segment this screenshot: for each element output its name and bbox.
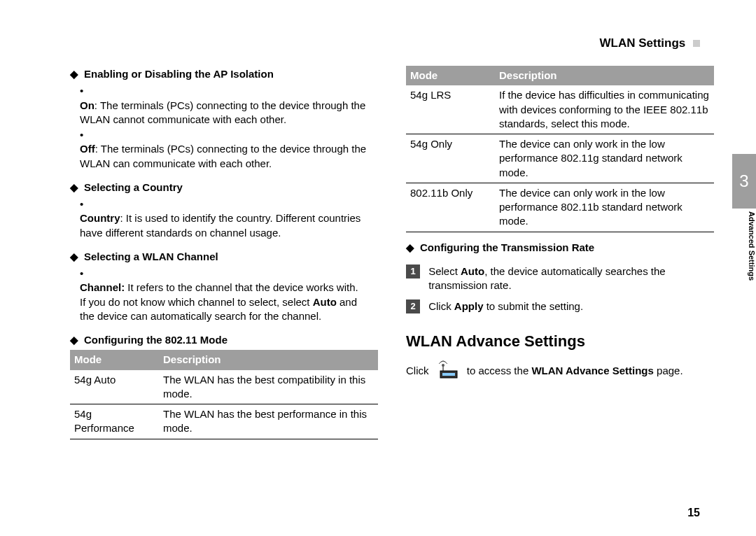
- body-text: page.: [654, 365, 683, 376]
- table-header: Mode: [406, 66, 495, 85]
- body-text: Channel: It refers to the channel that t…: [80, 281, 367, 323]
- body-text: On: The terminals (PCs) connecting to th…: [80, 99, 367, 127]
- table-cell: The device can only work in the low perf…: [495, 134, 714, 183]
- bullet-item: • On: The terminals (PCs) connecting to …: [80, 84, 378, 127]
- bullet-dot-icon: •: [80, 197, 90, 211]
- page-number: 15: [687, 507, 700, 519]
- body-text: to access the: [467, 365, 532, 376]
- section-title: ◆Enabling or Disabling the AP Isolation: [70, 67, 378, 81]
- diamond-icon: ◆: [70, 181, 78, 195]
- table-cell: 802.11b Only: [406, 183, 495, 232]
- left-column: ◆Enabling or Disabling the AP Isolation …: [70, 63, 378, 449]
- table-row: 54g LRS If the device has difficulties i…: [406, 85, 714, 134]
- body-text-bold: WLAN Advance Settings: [531, 365, 653, 376]
- svg-rect-3: [442, 373, 455, 376]
- bullet-item: • Off: The terminals (PCs) connecting to…: [80, 128, 378, 171]
- table-cell: The WLAN has the best performance in thi…: [159, 404, 378, 439]
- section-channel: ◆Selecting a WLAN Channel • Channel: It …: [70, 250, 378, 323]
- table-cell: 54g Only: [406, 134, 495, 183]
- body-text: Off: The terminals (PCs) connecting to t…: [80, 142, 367, 171]
- table-row: 54g Auto The WLAN has the best compatibi…: [70, 370, 378, 404]
- access-paragraph: Click to access the WLAN Advance Setting…: [406, 360, 714, 383]
- table-header-row: Mode Description: [406, 66, 714, 85]
- bullet-dot-icon: •: [80, 128, 90, 142]
- chapter-tab: 3: [732, 154, 756, 209]
- table-row: 802.11b Only The device can only work in…: [406, 183, 714, 232]
- chapter-tab-label: Advanced Settings: [732, 209, 756, 302]
- document-page: WLAN Settings 3 Advanced Settings ◆Enabl…: [0, 0, 756, 536]
- table-cell: The WLAN has the best compatibility in t…: [159, 370, 378, 404]
- section-transmission-rate: ◆Configuring the Transmission Rate: [406, 241, 714, 255]
- table-header: Description: [495, 66, 714, 85]
- table-cell: 54g LRS: [406, 85, 495, 134]
- table-cell: 54g Auto: [70, 370, 159, 404]
- table-cell: If the device has difficulties in commun…: [495, 85, 714, 134]
- body-text: Select Auto, the device automatically se…: [428, 265, 708, 293]
- section-title: ◆Selecting a WLAN Channel: [70, 250, 378, 264]
- bullet-item: • Country: It is used to identify the co…: [80, 197, 378, 240]
- body-text: Click: [406, 365, 432, 376]
- section-title: ◆Configuring the 802.11 Mode: [70, 333, 378, 347]
- step-2: 2 Click Apply to submit the setting.: [406, 299, 714, 313]
- bullet-dot-icon: •: [80, 267, 90, 281]
- diamond-icon: ◆: [70, 333, 78, 347]
- table-row: 54g Only The device can only work in the…: [406, 134, 714, 183]
- diamond-icon: ◆: [70, 250, 78, 264]
- step-number-badge: 1: [406, 265, 420, 278]
- table-header: Mode: [70, 350, 159, 369]
- table-cell: The device can only work in the low perf…: [495, 183, 714, 232]
- step-1: 1 Select Auto, the device automatically …: [406, 265, 714, 293]
- step-number-badge: 2: [406, 299, 420, 313]
- header-marker-icon: [693, 40, 700, 47]
- mode-table-2: Mode Description 54g LRS If the device h…: [406, 66, 714, 232]
- bullet-item: • Channel: It refers to the channel that…: [80, 267, 378, 323]
- table-cell: 54g Performance: [70, 404, 159, 439]
- section-80211-mode: ◆Configuring the 802.11 Mode Mode Descri…: [70, 333, 378, 439]
- router-icon: [436, 360, 460, 383]
- section-title: ◆Configuring the Transmission Rate: [406, 241, 714, 255]
- right-column: Mode Description 54g LRS If the device h…: [406, 63, 714, 383]
- diamond-icon: ◆: [406, 241, 414, 255]
- heading-wlan-advance: WLAN Advance Settings: [406, 331, 714, 352]
- body-text: Country: It is used to identify the coun…: [80, 211, 367, 240]
- bullet-dot-icon: •: [80, 84, 90, 98]
- section-title: ◆Selecting a Country: [70, 181, 378, 195]
- diamond-icon: ◆: [70, 67, 78, 81]
- table-header-row: Mode Description: [70, 350, 378, 369]
- mode-table-1: Mode Description 54g Auto The WLAN has t…: [70, 350, 378, 439]
- page-header: WLAN Settings: [599, 36, 700, 50]
- header-title: WLAN Settings: [599, 36, 685, 50]
- table-header: Description: [159, 350, 378, 369]
- section-ap-isolation: ◆Enabling or Disabling the AP Isolation …: [70, 67, 378, 171]
- section-country: ◆Selecting a Country • Country: It is us…: [70, 181, 378, 240]
- table-row: 54g Performance The WLAN has the best pe…: [70, 404, 378, 439]
- body-text: Click Apply to submit the setting.: [428, 299, 708, 313]
